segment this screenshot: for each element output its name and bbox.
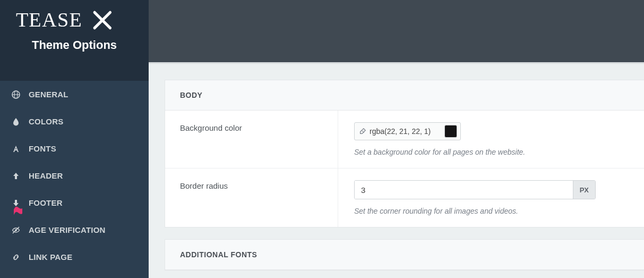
unit-suffix: PX [573, 181, 595, 199]
row-border-radius: Border radius PX Set the corner rounding… [165, 169, 644, 227]
sidebar-item-label: COLORS [29, 117, 63, 126]
row-background-color: Background color Set a background color … [165, 111, 644, 169]
sidebar: T EASE Theme Options GENERAL [0, 0, 149, 278]
main-area: BODY Background color Set a background c… [149, 0, 644, 278]
help-text: Set a background color for all pages on … [354, 148, 632, 156]
eye-slash-icon [12, 226, 20, 234]
globe-icon [12, 90, 20, 99]
background-color-value[interactable] [370, 127, 441, 136]
top-bar [149, 0, 644, 64]
background-color-input[interactable] [354, 122, 461, 140]
sidebar-header: T EASE Theme Options [0, 0, 149, 65]
svg-line-9 [362, 130, 364, 132]
sidebar-item-general[interactable]: GENERAL [0, 81, 149, 108]
panel-body: BODY Background color Set a background c… [165, 80, 644, 228]
sidebar-item-label: GENERAL [29, 90, 68, 99]
droplet-icon [12, 117, 20, 126]
border-radius-input[interactable]: PX [354, 180, 596, 199]
font-icon [12, 145, 20, 153]
sidebar-item-label: HEADER [29, 171, 63, 180]
arrow-down-icon [12, 199, 20, 207]
sidebar-item-label: AGE VERIFICATION [29, 225, 106, 234]
sidebar-item-header[interactable]: HEADER [0, 162, 149, 189]
panel-body-title: BODY [165, 80, 644, 111]
panel-additional-fonts: ADDITIONAL FONTS [165, 239, 644, 271]
svg-text:T: T [16, 9, 29, 31]
sidebar-item-fonts[interactable]: FONTS [0, 135, 149, 162]
highlight-underline [14, 207, 22, 215]
sidebar-item-label: FONTS [29, 144, 56, 153]
sidebar-item-colors[interactable]: COLORS [0, 108, 149, 135]
sidebar-item-label: FOOTER [29, 198, 63, 207]
arrow-up-icon [12, 172, 20, 180]
row-label: Border radius [165, 169, 338, 227]
row-label: Background color [165, 111, 338, 168]
sidebar-item-age-verification[interactable]: AGE VERIFICATION [0, 216, 149, 243]
sidebar-nav: GENERAL COLORS FONTS HEADER [0, 81, 149, 271]
sidebar-item-label: LINK PAGE [29, 252, 72, 262]
sidebar-item-link-page[interactable]: LINK PAGE [0, 243, 149, 271]
help-text: Set the corner rounding for all images a… [354, 207, 632, 215]
svg-text:EASE: EASE [29, 9, 82, 31]
link-icon [12, 253, 20, 262]
sidebar-item-footer[interactable]: FOOTER [0, 189, 149, 216]
panel-additional-fonts-title: ADDITIONAL FONTS [165, 240, 644, 270]
brand-logo: T EASE [11, 7, 138, 35]
color-swatch[interactable] [444, 125, 457, 138]
sidebar-subtitle: Theme Options [11, 38, 138, 52]
eraser-icon[interactable] [359, 128, 366, 135]
border-radius-value[interactable] [355, 181, 573, 199]
